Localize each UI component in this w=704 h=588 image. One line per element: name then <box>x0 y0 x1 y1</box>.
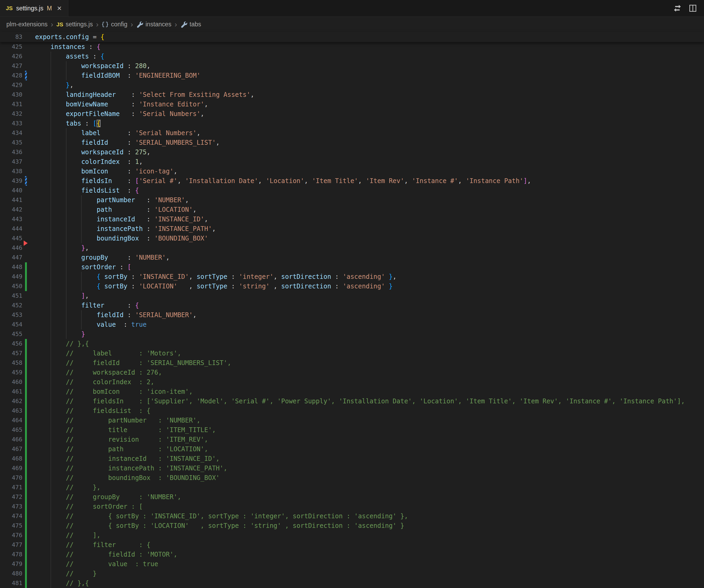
line-number[interactable]: 467 <box>0 444 22 454</box>
line-number[interactable]: 469 <box>0 464 22 473</box>
line-number[interactable]: 470 <box>0 473 22 483</box>
code-line[interactable]: 426 assets : { <box>0 52 704 61</box>
code-line[interactable]: 435 fieldId : 'SERIAL_NUMBERS_LIST', <box>0 138 704 148</box>
line-number[interactable]: 429 <box>0 80 22 90</box>
code-line[interactable]: 447 groupBy : 'NUMBER', <box>0 253 704 262</box>
code-line[interactable]: 460 // colorIndex : 2, <box>0 377 704 387</box>
code-line[interactable]: 446 }, <box>0 243 704 253</box>
code-line[interactable]: 430 landingHeader : 'Select From Exsitin… <box>0 90 704 100</box>
code-line[interactable]: 479 // value : true <box>0 559 704 569</box>
line-number[interactable]: 452 <box>0 301 22 310</box>
code-line[interactable]: 466 // revision : 'ITEM_REV', <box>0 435 704 444</box>
line-number[interactable]: 430 <box>0 90 22 100</box>
code-line[interactable]: 453 fieldId : 'SERIAL_NUMBER', <box>0 310 704 320</box>
code-line[interactable]: 437 colorIndex : 1, <box>0 157 704 167</box>
code-line[interactable]: 450 { sortBy : 'LOCATION' , sortType : '… <box>0 282 704 291</box>
code-line[interactable]: 464 // partNumber : 'NUMBER', <box>0 416 704 425</box>
code-line[interactable]: 441 partNumber : 'NUMBER', <box>0 195 704 205</box>
line-number[interactable]: 468 <box>0 454 22 464</box>
code-line[interactable]: 461 // bomIcon : 'icon-item', <box>0 387 704 397</box>
line-number[interactable]: 481 <box>0 578 22 588</box>
line-number[interactable]: 436 <box>0 148 22 157</box>
line-number[interactable]: 441 <box>0 195 22 205</box>
line-number[interactable]: 474 <box>0 511 22 521</box>
code-line[interactable]: 443 instanceId : 'INSTANCE_ID', <box>0 215 704 224</box>
line-number[interactable]: 465 <box>0 425 22 435</box>
line-number[interactable]: 480 <box>0 569 22 578</box>
split-editor-icon[interactable] <box>687 2 699 14</box>
line-number[interactable]: 453 <box>0 310 22 320</box>
line-number[interactable]: 472 <box>0 492 22 502</box>
code-line[interactable]: 434 label : 'Serial Numbers', <box>0 128 704 138</box>
code-line[interactable]: 467 // path : 'LOCATION', <box>0 444 704 454</box>
breadcrumb-item-instances[interactable]: instances <box>136 21 171 28</box>
code-line[interactable]: 478 // fieldId : 'MOTOR', <box>0 550 704 559</box>
line-number[interactable]: 477 <box>0 540 22 550</box>
code-line[interactable]: 429 }, <box>0 80 704 90</box>
line-number[interactable]: 478 <box>0 550 22 559</box>
line-number[interactable]: 439 <box>0 176 22 186</box>
line-number[interactable]: 433 <box>0 119 22 128</box>
line-number[interactable]: 455 <box>0 330 22 339</box>
line-number[interactable]: 445 <box>0 234 22 243</box>
line-number[interactable]: 448 <box>0 262 22 272</box>
line-number[interactable]: 431 <box>0 100 22 109</box>
line-number[interactable]: 450 <box>0 282 22 291</box>
code-line[interactable]: 442 path : 'LOCATION', <box>0 205 704 215</box>
code-line[interactable]: 445 boundingBox : 'BOUNDING_BOX' <box>0 234 704 243</box>
code-line[interactable]: 474 // { sortBy : 'INSTANCE_ID', sortTyp… <box>0 511 704 521</box>
open-changes-icon[interactable] <box>671 2 683 14</box>
code-line[interactable]: 458 // fieldId : 'SERIAL_NUMBERS_LIST', <box>0 358 704 368</box>
line-number[interactable]: 444 <box>0 224 22 234</box>
code-line[interactable]: 439 fieldsIn : ['Serial #', 'Installatio… <box>0 176 704 186</box>
breadcrumb-item-config[interactable]: config <box>102 21 127 28</box>
code-line[interactable]: 436 workspaceId : 275, <box>0 148 704 157</box>
line-number[interactable]: 479 <box>0 559 22 569</box>
line-number[interactable]: 447 <box>0 253 22 262</box>
code-line[interactable]: 473 // sortOrder : [ <box>0 502 704 511</box>
line-number[interactable]: 428 <box>0 71 22 80</box>
line-number[interactable]: 435 <box>0 138 22 148</box>
line-number[interactable]: 446 <box>0 243 22 253</box>
code-line[interactable]: 480 // } <box>0 569 704 578</box>
code-line[interactable]: 428 fieldIdBOM : 'ENGINEERING_BOM' <box>0 71 704 80</box>
line-number[interactable]: 463 <box>0 406 22 416</box>
close-icon[interactable]: × <box>57 4 62 12</box>
line-number[interactable]: 460 <box>0 377 22 387</box>
line-number[interactable]: 449 <box>0 272 22 282</box>
line-number[interactable]: 442 <box>0 205 22 215</box>
line-number[interactable]: 458 <box>0 358 22 368</box>
line-number[interactable]: 437 <box>0 157 22 167</box>
line-number[interactable]: 440 <box>0 186 22 195</box>
code-line[interactable]: 476 // ], <box>0 531 704 540</box>
line-number[interactable]: 475 <box>0 521 22 531</box>
code-line[interactable]: 425 instances : { <box>0 42 704 52</box>
code-line[interactable]: 432 exportFileName : 'Serial Numbers', <box>0 109 704 119</box>
line-number[interactable]: 476 <box>0 531 22 540</box>
code-line[interactable]: 462 // fieldsIn : ['Supplier', 'Model', … <box>0 397 704 406</box>
line-number[interactable]: 461 <box>0 387 22 397</box>
code-line[interactable]: 427 workspaceId : 280, <box>0 61 704 71</box>
code-line[interactable]: 477 // filter : { <box>0 540 704 550</box>
line-number[interactable]: 434 <box>0 128 22 138</box>
line-number[interactable]: 427 <box>0 61 22 71</box>
code-line[interactable]: 438 bomIcon : 'icon-tag', <box>0 167 704 176</box>
code-line[interactable]: 470 // boundingBox : 'BOUNDING_BOX' <box>0 473 704 483</box>
code-line[interactable]: 468 // instanceId : 'INSTANCE_ID', <box>0 454 704 464</box>
line-number[interactable]: 454 <box>0 320 22 330</box>
code-line[interactable]: 431 bomViewName : 'Instance Editor', <box>0 100 704 109</box>
breadcrumb-item-tabs[interactable]: tabs <box>180 21 201 28</box>
code-line[interactable]: 452 filter : { <box>0 301 704 310</box>
code-line[interactable]: 456 // },{ <box>0 339 704 349</box>
line-number[interactable]: 471 <box>0 483 22 492</box>
line-number[interactable]: 426 <box>0 52 22 61</box>
code-line[interactable]: 481 // },{ <box>0 578 704 588</box>
code-line[interactable]: 472 // groupBy : 'NUMBER', <box>0 492 704 502</box>
line-number[interactable]: 443 <box>0 215 22 224</box>
code-line[interactable]: 448 sortOrder : [ <box>0 262 704 272</box>
breadcrumb-item-file[interactable]: JS settings.js <box>56 21 93 28</box>
line-number[interactable]: 462 <box>0 397 22 406</box>
code-line[interactable]: 451 ], <box>0 291 704 301</box>
code-line[interactable]: 444 instancePath : 'INSTANCE_PATH', <box>0 224 704 234</box>
code-line[interactable]: 471 // }, <box>0 483 704 492</box>
